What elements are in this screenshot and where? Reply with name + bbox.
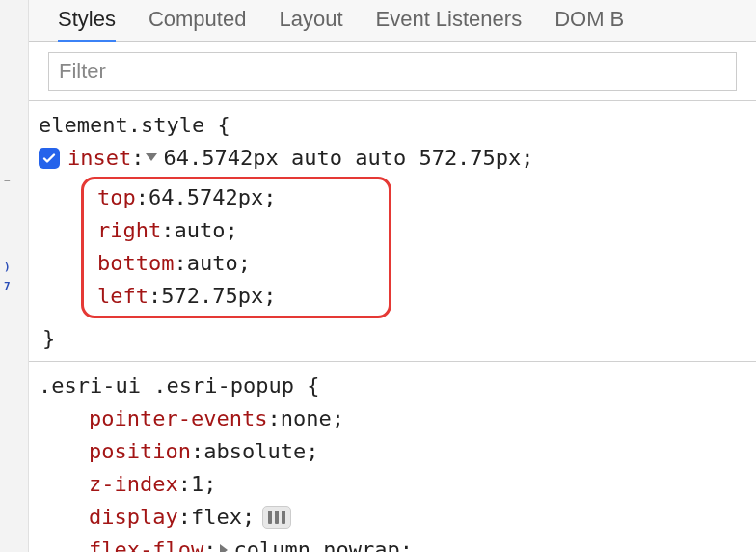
- decl-bottom[interactable]: bottom: auto;: [97, 247, 379, 280]
- chevron-right-icon[interactable]: [220, 544, 228, 552]
- prop-value[interactable]: auto: [174, 214, 225, 247]
- tab-event-listeners[interactable]: Event Listeners: [376, 7, 523, 41]
- filter-input[interactable]: [48, 52, 737, 91]
- selector-line[interactable]: .esri-ui .esri-popup {: [39, 370, 746, 402]
- prop-value[interactable]: auto: [187, 247, 238, 280]
- gutter-glyph: 7: [4, 280, 11, 292]
- decl-inset[interactable]: inset: 64.5742px auto auto 572.75px;: [39, 142, 746, 175]
- prop-name[interactable]: bottom: [97, 247, 174, 280]
- filter-row: [29, 42, 756, 101]
- gutter-glyph: =: [4, 174, 11, 186]
- decl-position[interactable]: position: absolute;: [39, 435, 746, 468]
- flex-editor-icon[interactable]: [262, 506, 291, 529]
- prop-name[interactable]: pointer-events: [89, 402, 267, 435]
- tab-styles[interactable]: Styles: [58, 7, 116, 42]
- prop-name[interactable]: top: [97, 181, 136, 214]
- decl-left[interactable]: left: 572.75px;: [97, 280, 379, 313]
- prop-name[interactable]: left: [97, 280, 148, 313]
- selector-text: .esri-ui .esri-popup: [39, 373, 294, 398]
- gutter-glyph: ): [4, 261, 11, 273]
- source-gutter: = ) 7: [0, 0, 29, 552]
- longhand-highlight: top: 64.5742px; right: auto; bottom: aut…: [81, 177, 392, 317]
- decl-z-index[interactable]: z-index: 1;: [39, 468, 746, 501]
- css-rule-element-style[interactable]: element.style { inset: 64.5742px auto au…: [29, 101, 756, 362]
- prop-name[interactable]: right: [97, 214, 161, 247]
- decl-pointer-events[interactable]: pointer-events: none;: [39, 402, 746, 435]
- prop-value[interactable]: 64.5742px auto auto 572.75px: [163, 142, 521, 175]
- check-icon: [41, 151, 57, 166]
- prop-value[interactable]: 1: [191, 468, 203, 501]
- decl-top[interactable]: top: 64.5742px;: [97, 181, 379, 214]
- chevron-down-icon[interactable]: [146, 153, 157, 161]
- tab-dom[interactable]: DOM B: [554, 7, 624, 41]
- prop-name[interactable]: flex-flow: [89, 534, 203, 552]
- selector-text: element.style: [39, 113, 204, 137]
- selector-line[interactable]: element.style {: [39, 109, 746, 142]
- prop-name[interactable]: inset: [68, 142, 131, 175]
- css-rule-esri-popup[interactable]: .esri-ui .esri-popup { pointer-events: n…: [29, 362, 756, 552]
- prop-value[interactable]: 64.5742px: [148, 181, 263, 214]
- rules-list: element.style { inset: 64.5742px auto au…: [29, 101, 756, 552]
- prop-name[interactable]: z-index: [89, 468, 178, 501]
- prop-value[interactable]: 572.75px: [161, 280, 263, 313]
- tabs-bar: Styles Computed Layout Event Listeners D…: [29, 0, 756, 42]
- tab-layout[interactable]: Layout: [279, 7, 342, 41]
- decl-right[interactable]: right: auto;: [97, 214, 379, 247]
- brace-open: {: [217, 113, 230, 137]
- tab-computed[interactable]: Computed: [148, 7, 247, 41]
- decl-flex-flow[interactable]: flex-flow: column nowrap;: [39, 534, 746, 552]
- prop-value[interactable]: absolute: [203, 435, 306, 468]
- prop-value[interactable]: flex: [191, 501, 242, 534]
- prop-name[interactable]: position: [89, 435, 191, 468]
- prop-value[interactable]: column nowrap: [233, 534, 399, 552]
- brace-open: {: [307, 373, 319, 398]
- prop-name[interactable]: display: [89, 501, 178, 534]
- toggle-checkbox[interactable]: [39, 148, 60, 169]
- prop-value[interactable]: none: [281, 402, 332, 435]
- decl-display[interactable]: display: flex;: [39, 501, 746, 534]
- brace-close: }: [39, 322, 746, 355]
- styles-panel: Styles Computed Layout Event Listeners D…: [29, 0, 756, 552]
